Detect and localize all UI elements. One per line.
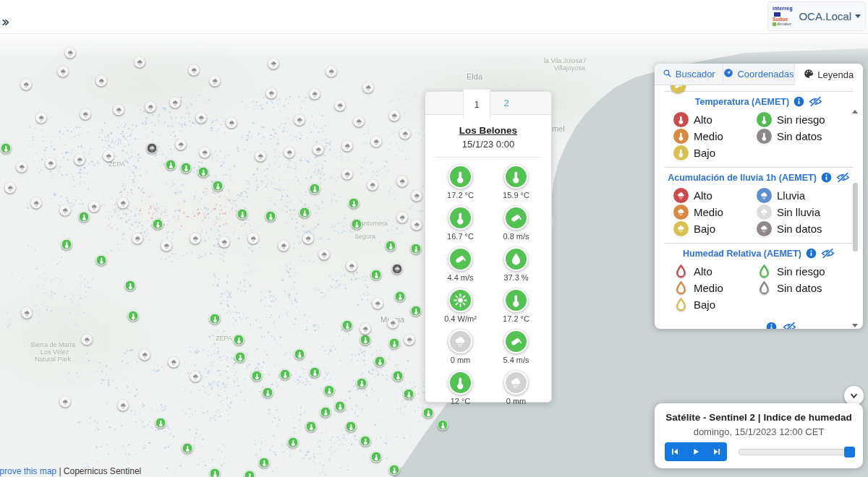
station-marker-ok[interactable] xyxy=(320,407,331,418)
scrollbar-thumb[interactable] xyxy=(853,183,858,252)
station-marker-norain[interactable] xyxy=(189,65,200,76)
station-marker-norain[interactable] xyxy=(170,98,181,108)
station-marker-norain[interactable] xyxy=(22,308,33,319)
station-marker-norain[interactable] xyxy=(210,76,221,87)
station-marker-norain[interactable] xyxy=(58,66,69,77)
station-marker-norain[interactable] xyxy=(294,115,305,126)
station-marker-ok[interactable] xyxy=(306,421,317,432)
station-marker-ok[interactable] xyxy=(404,389,414,400)
station-marker-ok[interactable] xyxy=(259,457,270,468)
station-marker-ok[interactable] xyxy=(324,385,335,396)
station-marker-ok[interactable] xyxy=(294,349,305,360)
station-marker-norain[interactable] xyxy=(5,183,16,194)
station-marker-ok[interactable] xyxy=(438,420,448,431)
station-marker-ok[interactable] xyxy=(375,356,386,367)
station-marker-norain[interactable] xyxy=(326,66,337,77)
station-marker-ok[interactable] xyxy=(423,408,434,418)
station-marker-norain[interactable] xyxy=(319,249,330,260)
station-marker-ok[interactable] xyxy=(210,468,221,477)
station-marker-norain[interactable] xyxy=(36,113,47,124)
station-marker-ok[interactable] xyxy=(263,387,273,398)
station-marker-norain[interactable] xyxy=(363,82,374,93)
station-marker-ok[interactable] xyxy=(210,314,221,325)
station-marker-ok[interactable] xyxy=(393,371,404,382)
station-marker-norain[interactable] xyxy=(65,48,76,59)
station-marker-norain[interactable] xyxy=(118,198,129,209)
station-marker-ok[interactable] xyxy=(352,219,362,230)
station-marker-norain[interactable] xyxy=(388,318,399,329)
station-marker-norain[interactable] xyxy=(75,155,85,166)
time-slider-handle[interactable] xyxy=(844,447,855,457)
station-marker-ok[interactable] xyxy=(360,436,371,447)
station-marker-norain[interactable] xyxy=(226,118,237,129)
info-icon[interactable] xyxy=(793,96,804,107)
station-marker-norain[interactable] xyxy=(82,335,93,345)
station-marker-norain[interactable] xyxy=(346,261,357,272)
station-marker-norain[interactable] xyxy=(118,400,129,411)
station-marker-norain[interactable] xyxy=(268,59,279,69)
popup-tab-1[interactable]: 1 xyxy=(463,89,490,119)
station-marker-norain[interactable] xyxy=(80,109,91,120)
eye-slash-icon[interactable] xyxy=(809,96,822,107)
station-marker-norain[interactable] xyxy=(114,105,124,116)
station-marker-ok[interactable] xyxy=(280,369,291,380)
station-marker-norain[interactable] xyxy=(21,80,32,90)
station-marker-norain[interactable] xyxy=(140,350,150,361)
station-marker-norain[interactable] xyxy=(190,233,201,244)
station-marker-norain[interactable] xyxy=(200,147,210,158)
station-marker-norain[interactable] xyxy=(248,233,259,244)
station-marker-ok[interactable] xyxy=(252,371,263,382)
station-marker-norain[interactable] xyxy=(31,198,42,209)
station-marker-ok[interactable] xyxy=(244,470,255,477)
station-marker-norain[interactable] xyxy=(360,324,371,335)
station-marker-norain[interactable] xyxy=(255,151,266,162)
station-marker-norain[interactable] xyxy=(176,139,187,150)
improve-map-link[interactable]: Improve this map xyxy=(0,466,56,476)
station-marker-ok[interactable] xyxy=(156,418,166,429)
station-marker-ok[interactable] xyxy=(1,143,12,154)
info-icon[interactable] xyxy=(821,172,832,183)
station-marker-norain[interactable] xyxy=(373,298,383,309)
scroll-down-icon[interactable] xyxy=(851,319,859,326)
station-marker-norain[interactable] xyxy=(397,176,408,187)
station-marker-ok[interactable] xyxy=(346,421,357,432)
station-marker-ok[interactable] xyxy=(237,209,248,220)
station-marker-norain[interactable] xyxy=(196,113,207,124)
station-marker-ok[interactable] xyxy=(411,244,422,254)
station-marker-norain[interactable] xyxy=(412,191,422,202)
eye-slash-icon[interactable] xyxy=(783,322,796,329)
station-marker-norain[interactable] xyxy=(145,102,156,113)
station-marker-norain[interactable] xyxy=(190,371,201,382)
station-marker-ok[interactable] xyxy=(182,443,193,454)
sidebar-expand-icon[interactable] xyxy=(1,16,9,23)
station-marker-ok[interactable] xyxy=(235,352,246,363)
station-marker-ok[interactable] xyxy=(389,338,400,349)
station-marker-norain[interactable] xyxy=(161,241,172,252)
station-marker-ok[interactable] xyxy=(128,311,139,322)
station-marker-norain[interactable] xyxy=(371,137,382,147)
station-marker-norain[interactable] xyxy=(342,169,353,180)
play-button[interactable] xyxy=(686,442,707,461)
station-marker-norain[interactable] xyxy=(342,141,353,152)
skip-start-button[interactable] xyxy=(665,442,686,461)
station-marker-norain[interactable] xyxy=(169,357,179,368)
station-marker-norain[interactable] xyxy=(284,147,295,158)
station-marker-ok[interactable] xyxy=(360,335,371,345)
station-marker-ok[interactable] xyxy=(310,184,320,194)
station-marker-norain[interactable] xyxy=(46,158,56,169)
station-marker-norain[interactable] xyxy=(17,162,27,173)
station-marker-norain[interactable] xyxy=(60,205,71,216)
station-marker-norain[interactable] xyxy=(354,116,365,127)
station-marker-ok[interactable] xyxy=(349,198,359,209)
station-marker-ok[interactable] xyxy=(357,378,367,389)
station-marker-ok[interactable] xyxy=(342,320,353,331)
station-marker-norain[interactable] xyxy=(412,220,422,231)
station-marker-ok[interactable] xyxy=(213,181,224,192)
station-marker-ok[interactable] xyxy=(234,335,244,345)
info-icon[interactable] xyxy=(766,322,777,329)
tab-coordenadas[interactable]: Coordenadas xyxy=(723,64,794,85)
station-marker-ok[interactable] xyxy=(181,163,192,173)
popup-tab-2[interactable]: 2 xyxy=(495,92,518,115)
station-marker-ok[interactable] xyxy=(96,255,107,266)
station-marker-norain[interactable] xyxy=(310,89,320,100)
